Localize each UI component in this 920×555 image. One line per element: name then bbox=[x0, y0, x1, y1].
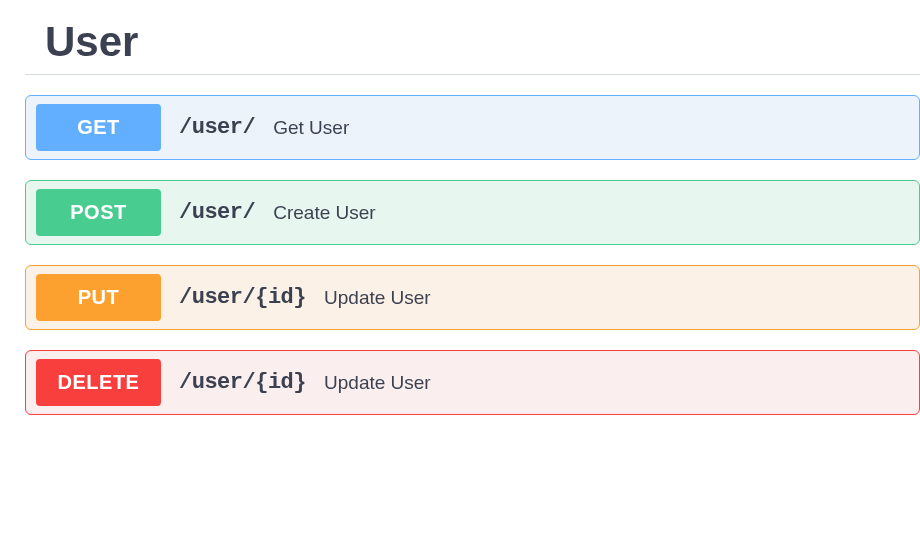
op-path: /user/{id} bbox=[179, 370, 306, 395]
method-badge-get: GET bbox=[36, 104, 161, 151]
section-title[interactable]: User bbox=[25, 18, 920, 75]
method-badge-delete: DELETE bbox=[36, 359, 161, 406]
opblock-get-user[interactable]: GET /user/ Get User bbox=[25, 95, 920, 160]
api-section: User GET /user/ Get User POST /user/ Cre… bbox=[0, 0, 920, 415]
method-badge-put: PUT bbox=[36, 274, 161, 321]
opblock-post-user[interactable]: POST /user/ Create User bbox=[25, 180, 920, 245]
opblock-delete-user[interactable]: DELETE /user/{id} Update User bbox=[25, 350, 920, 415]
opblock-put-user[interactable]: PUT /user/{id} Update User bbox=[25, 265, 920, 330]
op-path: /user/ bbox=[179, 115, 255, 140]
op-path: /user/{id} bbox=[179, 285, 306, 310]
op-path: /user/ bbox=[179, 200, 255, 225]
op-summary: Create User bbox=[273, 202, 375, 224]
method-badge-post: POST bbox=[36, 189, 161, 236]
op-summary: Update User bbox=[324, 287, 431, 309]
op-summary: Update User bbox=[324, 372, 431, 394]
op-summary: Get User bbox=[273, 117, 349, 139]
